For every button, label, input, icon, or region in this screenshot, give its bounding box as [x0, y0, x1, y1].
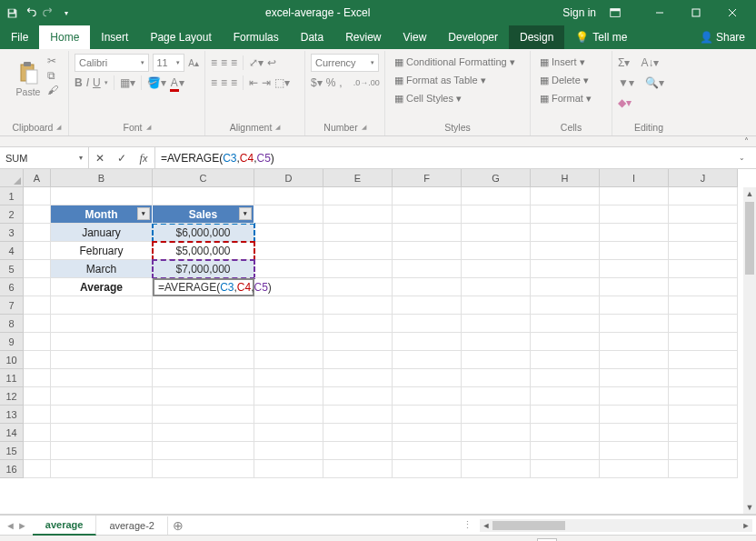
cell[interactable] — [393, 278, 462, 296]
cell[interactable] — [153, 369, 254, 387]
cell[interactable] — [254, 315, 323, 333]
horizontal-scrollbar[interactable]: ◄ ► — [480, 519, 752, 532]
cell[interactable] — [254, 260, 323, 278]
row-header-5[interactable]: 5 — [0, 260, 24, 278]
row-header-4[interactable]: 4 — [0, 242, 24, 260]
cell[interactable] — [254, 187, 323, 205]
cell[interactable] — [323, 242, 393, 260]
increase-decimal-icon[interactable]: .0→.00 — [353, 78, 380, 87]
cell[interactable] — [393, 351, 462, 369]
cell[interactable] — [600, 187, 669, 205]
cell[interactable] — [323, 278, 393, 296]
redo-icon[interactable] — [42, 6, 55, 19]
qat-customize-icon[interactable]: ▾ — [60, 6, 73, 19]
cell[interactable] — [51, 315, 153, 333]
cell[interactable] — [462, 278, 531, 296]
cell[interactable] — [153, 351, 254, 369]
increase-indent-icon[interactable]: ⇥ — [262, 76, 271, 89]
cell[interactable] — [669, 296, 738, 315]
save-icon[interactable] — [5, 6, 18, 19]
cell[interactable] — [24, 351, 51, 369]
cell[interactable] — [393, 187, 462, 205]
cell[interactable] — [531, 296, 600, 315]
cell[interactable] — [254, 369, 323, 387]
dialog-launcher-icon[interactable]: ◢ — [146, 124, 151, 131]
cell[interactable] — [51, 387, 153, 406]
insert-cells-button[interactable]: ▦Insert ▾ — [536, 53, 606, 71]
cell[interactable] — [462, 387, 531, 406]
tab-insert[interactable]: Insert — [90, 25, 139, 49]
cell[interactable] — [600, 387, 669, 406]
cell[interactable] — [600, 296, 669, 315]
sort-filter-icon[interactable]: A↓▾ — [641, 56, 659, 69]
format-as-table-button[interactable]: ▦Format as Table ▾ — [391, 71, 524, 89]
wrap-text-icon[interactable]: ↩ — [267, 56, 276, 69]
cell[interactable] — [669, 406, 738, 424]
align-right-icon[interactable]: ≡ — [231, 76, 237, 89]
cell[interactable] — [393, 333, 462, 351]
col-header-F[interactable]: F — [393, 169, 462, 187]
cell[interactable] — [531, 187, 600, 205]
tell-me[interactable]: 💡Tell me — [564, 25, 638, 49]
collapse-ribbon-icon[interactable]: ˄ — [744, 136, 749, 146]
cell[interactable] — [393, 296, 462, 315]
cell[interactable] — [393, 369, 462, 387]
cell[interactable] — [531, 224, 600, 242]
tab-design[interactable]: Design — [509, 25, 564, 49]
cell[interactable] — [669, 315, 738, 333]
cell[interactable] — [323, 333, 393, 351]
align-center-icon[interactable]: ≡ — [221, 76, 227, 89]
row-header-8[interactable]: 8 — [0, 315, 24, 333]
cell[interactable] — [600, 205, 669, 224]
cell[interactable] — [669, 369, 738, 387]
cell[interactable] — [462, 260, 531, 278]
col-header-G[interactable]: G — [462, 169, 531, 187]
fill-color-button[interactable]: 🪣▾ — [147, 76, 166, 89]
cell[interactable] — [600, 260, 669, 278]
row-header-15[interactable]: 15 — [0, 442, 24, 460]
cell[interactable] — [393, 242, 462, 260]
cell[interactable] — [531, 387, 600, 406]
cell[interactable] — [51, 460, 153, 478]
cell[interactable] — [51, 424, 153, 442]
cell[interactable] — [153, 424, 254, 442]
cell[interactable] — [531, 242, 600, 260]
cell[interactable] — [462, 369, 531, 387]
table-header-month[interactable]: Month▾ — [51, 205, 153, 224]
sheet-tab-average-2[interactable]: average-2 — [96, 516, 168, 535]
ribbon-display-icon[interactable] — [609, 6, 622, 19]
cell[interactable] — [323, 424, 393, 442]
dialog-launcher-icon[interactable]: ◢ — [275, 124, 280, 131]
cell-C3[interactable]: $6,000,000 — [153, 224, 254, 242]
increase-font-icon[interactable]: A▴ — [188, 58, 199, 68]
cell[interactable] — [531, 460, 600, 478]
cell[interactable] — [323, 315, 393, 333]
cell-B6[interactable]: Average — [51, 278, 153, 296]
cell[interactable] — [323, 442, 393, 460]
cell[interactable] — [254, 424, 323, 442]
format-cells-button[interactable]: ▦Format ▾ — [536, 89, 606, 107]
cell[interactable] — [254, 296, 323, 315]
cell[interactable] — [153, 333, 254, 351]
cell[interactable] — [462, 351, 531, 369]
col-header-E[interactable]: E — [323, 169, 393, 187]
cell[interactable] — [24, 187, 51, 205]
comma-icon[interactable]: , — [339, 76, 342, 89]
name-box[interactable]: SUM▾ — [0, 147, 89, 168]
cell[interactable] — [531, 369, 600, 387]
cancel-formula-button[interactable]: ✕ — [89, 152, 111, 165]
filter-button-icon[interactable]: ▾ — [239, 207, 252, 220]
cell[interactable] — [323, 369, 393, 387]
dialog-launcher-icon[interactable]: ◢ — [362, 124, 366, 131]
cell[interactable] — [393, 406, 462, 424]
cell[interactable] — [531, 205, 600, 224]
cell[interactable] — [51, 296, 153, 315]
col-header-H[interactable]: H — [531, 169, 600, 187]
paste-button[interactable]: Paste — [11, 53, 45, 105]
filter-button-icon[interactable]: ▾ — [137, 207, 150, 220]
share-button[interactable]: 👤 Share — [689, 25, 756, 49]
formula-input[interactable]: =AVERAGE(C3,C4,C5) ⌄ — [155, 147, 756, 168]
maximize-button[interactable] — [678, 0, 714, 25]
cell[interactable] — [600, 333, 669, 351]
cell[interactable] — [669, 424, 738, 442]
